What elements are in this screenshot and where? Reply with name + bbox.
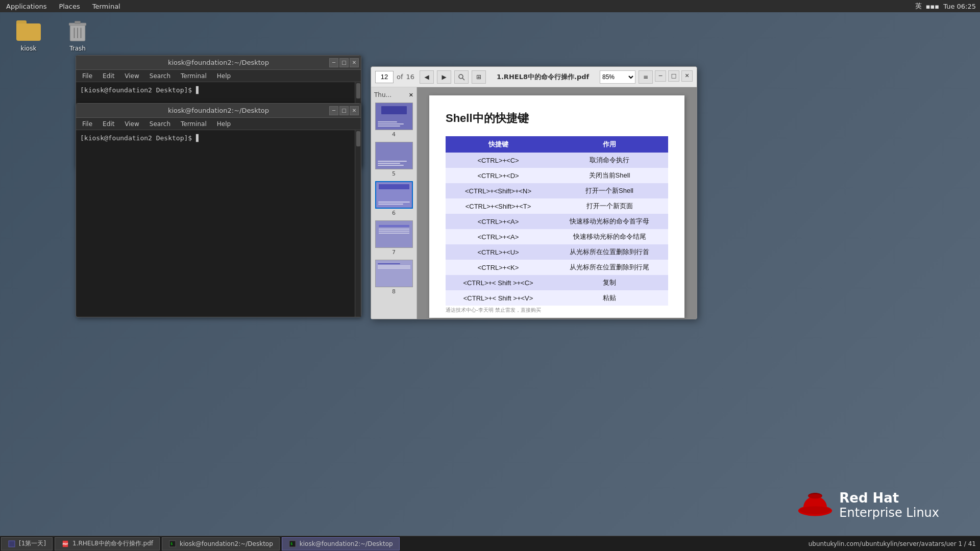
pdf-shortcut-table: 快捷键 作用 <CTRL>+<C>取消命令执行<CTRL>+<D>关闭当前She… <box>446 136 668 306</box>
thumb-item-4[interactable]: 4 <box>373 103 414 138</box>
terminal-content-2[interactable]: [kiosk@foundation2 Desktop]$ ▋ <box>76 130 361 146</box>
taskbar: [1第一天] PDF 1.RHEL8中的命令行操作.pdf $ kiosk@fo… <box>0 536 980 551</box>
taskbar-item-pdf[interactable]: PDF 1.RHEL8中的命令行操作.pdf <box>55 537 160 550</box>
applications-menu[interactable]: Applications <box>4 2 48 11</box>
top-bar: Applications Places Terminal 英 ▪▪▪ Tue 0… <box>0 0 980 12</box>
table-cell-9-0: <CTRL>+< Shift >+<V> <box>446 290 551 306</box>
thumb-num-7: 7 <box>392 249 396 256</box>
pdf-window-controls: ≡ ─ □ ✕ <box>639 70 693 84</box>
terminal-menu-edit-2[interactable]: Edit <box>101 119 116 129</box>
terminal-controls-2: ─ □ ✕ <box>329 106 359 115</box>
taskbar-item-day1[interactable]: [1第一天] <box>1 537 53 550</box>
taskbar-icon-terminal1: $ <box>168 540 177 548</box>
thumb-item-6[interactable]: 6 <box>373 181 414 216</box>
thumb-num-5: 5 <box>392 170 396 177</box>
terminal-minimize-2[interactable]: ─ <box>329 106 338 115</box>
table-cell-4-0: <CTRL>+<A> <box>446 214 551 229</box>
terminal-menubar-2: File Edit View Search Terminal Help <box>76 118 361 130</box>
table-cell-1-1: 关闭当前Shell <box>551 168 668 183</box>
table-cell-0-1: 取消命令执行 <box>551 153 668 168</box>
terminal-menu-search-2[interactable]: Search <box>148 119 173 129</box>
thumb-img-5 <box>375 142 413 169</box>
table-cell-0-0: <CTRL>+<C> <box>446 153 551 168</box>
terminal-menu-search-1[interactable]: Search <box>148 71 173 81</box>
table-cell-3-0: <CTRL>+<Shift>+<T> <box>446 198 551 214</box>
terminal-menubar-1: File Edit View Search Terminal Help <box>76 70 361 82</box>
terminal-maximize-1[interactable]: □ <box>339 58 349 67</box>
thumb-num-4: 4 <box>392 131 396 138</box>
pdf-search-btn[interactable] <box>454 70 469 84</box>
terminal-prompt-1: [kiosk@foundation2 Desktop]$ <box>80 86 196 94</box>
pdf-sidebar-btn[interactable]: ≡ <box>639 70 653 84</box>
terminal-title-1: kiosk@foundation2:~/Desktop <box>168 59 269 66</box>
terminal-close-1[interactable]: ✕ <box>350 58 359 67</box>
pdf-zoom-select[interactable]: 85% 50% 75% 100% 125% 150% <box>600 70 635 84</box>
thumb-item-8[interactable]: 8 <box>373 260 414 295</box>
taskbar-label-day1: [1第一天] <box>19 539 46 548</box>
table-cell-2-1: 打开一个新Shell <box>551 183 668 198</box>
pdf-page-input[interactable] <box>375 71 394 83</box>
redhat-brand-name: Red Hat <box>839 490 939 506</box>
top-bar-left: Applications Places Terminal <box>4 2 122 11</box>
taskbar-label-terminal1: kiosk@foundation2:~/Desktop <box>180 540 273 547</box>
thumb-item-7[interactable]: 7 <box>373 220 414 256</box>
terminal-menu-edit-1[interactable]: Edit <box>101 71 116 81</box>
thumb-img-6 <box>375 181 413 209</box>
taskbar-label-pdf: 1.RHEL8中的命令行操作.pdf <box>72 539 153 548</box>
terminal-menu-view-2[interactable]: View <box>122 119 141 129</box>
terminal-maximize-2[interactable]: □ <box>339 106 349 115</box>
places-menu[interactable]: Places <box>57 2 82 11</box>
terminal-content-1[interactable]: [kiosk@foundation2 Desktop]$ ▋ <box>76 82 361 98</box>
terminal-scrollbar-thumb-2 <box>356 131 360 146</box>
pdf-page: Shell中的快捷键 快捷键 作用 <CTRL>+<C>取消命令执行<CTRL>… <box>429 95 684 318</box>
terminal-menu-view-1[interactable]: View <box>122 71 141 81</box>
terminal-scrollbar-2[interactable] <box>355 130 361 317</box>
taskbar-item-terminal2[interactable]: $ kiosk@foundation2:~/Desktop <box>282 537 400 550</box>
terminal-menu-terminal-1[interactable]: Terminal <box>179 71 209 81</box>
svg-rect-2 <box>75 21 80 24</box>
redhat-product-name: Enterprise Linux <box>839 506 939 520</box>
terminal-titlebar-1: kiosk@foundation2:~/Desktop ─ □ ✕ <box>76 56 361 70</box>
pdf-view-btn[interactable]: ⊞ <box>472 70 486 84</box>
terminal-window-2: kiosk@foundation2:~/Desktop ─ □ ✕ File E… <box>76 103 361 317</box>
desktop-icon-kiosk[interactable]: kiosk <box>8 16 49 54</box>
pdf-filename: 1.RHEL8中的命令行操作.pdf <box>489 72 597 82</box>
terminal-menu[interactable]: Terminal <box>90 2 122 11</box>
svg-text:PDF: PDF <box>62 542 68 545</box>
terminal-menu-file-2[interactable]: File <box>80 119 94 129</box>
svg-text:$: $ <box>290 542 292 546</box>
table-cell-6-0: <CTRL>+<U> <box>446 244 551 260</box>
desktop-icon-trash[interactable]: Trash <box>57 16 98 54</box>
pdf-minimize-btn[interactable]: ─ <box>655 70 666 82</box>
thumb-close-btn[interactable]: ✕ <box>409 92 413 98</box>
pdf-prev-btn[interactable]: ◀ <box>420 70 434 84</box>
terminal-close-2[interactable]: ✕ <box>350 106 359 115</box>
terminal-controls-1: ─ □ ✕ <box>329 58 359 67</box>
table-cell-6-1: 从光标所在位置删除到行首 <box>551 244 668 260</box>
table-cell-8-1: 复制 <box>551 275 668 290</box>
svg-point-10 <box>800 506 831 514</box>
pdf-page-title: Shell中的快捷键 <box>446 111 668 126</box>
pdf-next-btn[interactable]: ▶ <box>437 70 451 84</box>
trash-icon-img <box>65 18 90 43</box>
terminal-menu-help-2[interactable]: Help <box>215 119 233 129</box>
thumb-item-5[interactable]: 5 <box>373 142 414 177</box>
terminal-minimize-1[interactable]: ─ <box>329 58 338 67</box>
locale-indicator: 英 <box>915 2 922 11</box>
thumb-num-6: 6 <box>392 210 396 216</box>
pdf-thumbnails-panel[interactable]: Thu... ✕ 4 <box>371 87 417 319</box>
table-header-action: 作用 <box>551 136 668 153</box>
top-bar-right: 英 ▪▪▪ Tue 06:25 <box>915 2 976 11</box>
taskbar-system-info: ubuntukylin.com/ubuntukylin/server/avata… <box>808 540 976 547</box>
clock: Tue 06:25 <box>943 3 976 10</box>
pdf-main-area[interactable]: Shell中的快捷键 快捷键 作用 <CTRL>+<C>取消命令执行<CTRL>… <box>417 87 697 319</box>
pdf-maximize-btn[interactable]: □ <box>668 70 679 82</box>
taskbar-item-terminal1[interactable]: $ kiosk@foundation2:~/Desktop <box>162 537 280 550</box>
thumb-num-8: 8 <box>392 288 396 295</box>
pdf-close-btn[interactable]: ✕ <box>681 70 693 82</box>
pdf-total-pages: 16 <box>406 73 415 81</box>
terminal-menu-terminal-2[interactable]: Terminal <box>179 119 209 129</box>
trash-icon-label: Trash <box>69 45 86 52</box>
terminal-menu-file-1[interactable]: File <box>80 71 94 81</box>
terminal-menu-help-1[interactable]: Help <box>215 71 233 81</box>
